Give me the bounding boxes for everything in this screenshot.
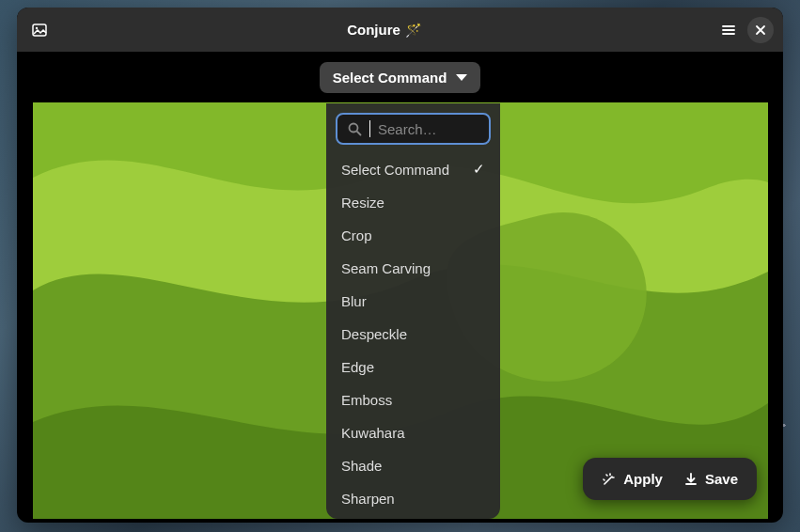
app-window: Conjure 🪄 Select Command — [17, 8, 783, 523]
menu-item-label: Sharpen — [341, 491, 395, 507]
wand-icon — [602, 472, 617, 487]
image-icon — [32, 23, 47, 38]
menu-item-label: Seam Carving — [341, 260, 431, 276]
select-command-dropdown[interactable]: Select Command — [320, 62, 481, 93]
close-button[interactable] — [747, 17, 774, 43]
save-label: Save — [705, 471, 738, 487]
menu-item-kuwahara[interactable]: Kuwahara — [326, 416, 500, 449]
action-bar: Apply Save — [583, 458, 757, 500]
download-icon — [683, 472, 698, 487]
menu-item-shade[interactable]: Shade — [326, 449, 500, 482]
svg-point-3 — [350, 124, 358, 133]
menu-item-emboss[interactable]: Emboss — [326, 383, 500, 416]
close-icon — [753, 23, 768, 38]
select-command-label: Select Command — [333, 70, 447, 86]
window-title: Conjure 🪄 — [347, 22, 421, 38]
menu-item-label: Edge — [341, 359, 374, 375]
menu-item-despeckle[interactable]: Despeckle — [326, 318, 500, 351]
menu-item-resize[interactable]: Resize — [326, 186, 500, 219]
menu-item-label: Blur — [341, 293, 367, 309]
text-cursor — [369, 120, 370, 137]
menu-item-crop[interactable]: Crop — [326, 219, 500, 252]
save-button[interactable]: Save — [683, 471, 738, 487]
wand-icon: 🪄 — [405, 23, 421, 38]
check-icon: ✓ — [473, 161, 485, 178]
apply-label: Apply — [623, 471, 663, 487]
menu-button[interactable] — [715, 17, 742, 43]
menu-item-label: Resize — [341, 195, 384, 211]
menu-item-label: Emboss — [341, 392, 392, 408]
menu-item-label: Crop — [341, 227, 372, 243]
command-popover: Select Command ✓ Resize Crop Seam Carvin… — [326, 103, 500, 519]
command-search[interactable] — [336, 113, 491, 145]
menu-item-sharpen[interactable]: Sharpen — [326, 482, 500, 515]
menu-item-label: Select Command — [341, 162, 449, 178]
menu-item-label: Despeckle — [341, 326, 407, 342]
menu-item-blur[interactable]: Blur — [326, 285, 500, 318]
search-input[interactable] — [378, 121, 479, 137]
title-text: Conjure — [347, 22, 400, 38]
image-button[interactable] — [26, 17, 53, 43]
menu-item-edge[interactable]: Edge — [326, 351, 500, 383]
menu-item-label: Kuwahara — [341, 425, 405, 441]
search-icon — [347, 121, 362, 136]
menu-item-seam-carving[interactable]: Seam Carving — [326, 252, 500, 285]
svg-point-1 — [36, 26, 38, 28]
menu-item-select-command[interactable]: Select Command ✓ — [326, 152, 500, 186]
apply-button[interactable]: Apply — [602, 471, 663, 487]
titlebar: Conjure 🪄 — [17, 8, 783, 52]
hamburger-icon — [721, 23, 736, 38]
chevron-down-icon — [456, 74, 467, 81]
menu-item-label: Shade — [341, 458, 382, 474]
command-list: Select Command ✓ Resize Crop Seam Carvin… — [326, 152, 500, 515]
command-toolbar: Select Command — [17, 52, 783, 102]
